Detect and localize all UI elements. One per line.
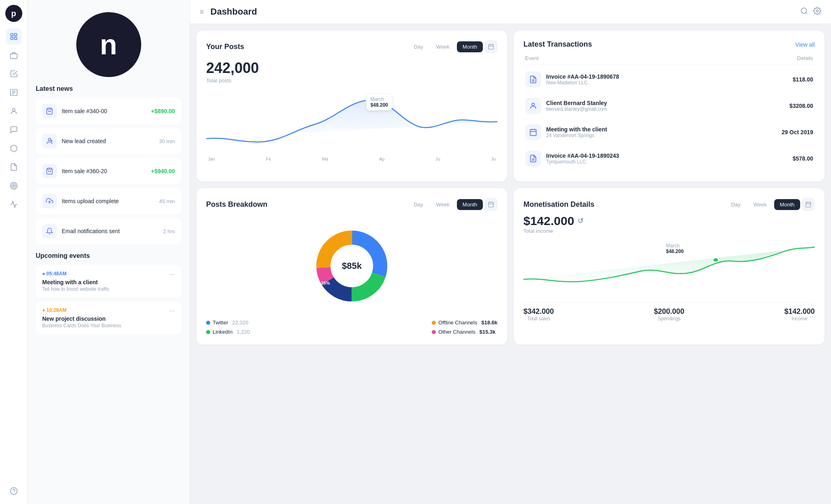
posts-x-axis: Jan Fe Ma Ap Ju Ju	[206, 157, 497, 161]
trans-item-3: Meeting with the client 24 Vandervort Sp…	[523, 119, 815, 146]
breakdown-calendar-icon[interactable]	[484, 198, 497, 211]
trans-info-2: Client Bernard Stanley bernard.stanley@g…	[546, 100, 785, 112]
posts-tab-day[interactable]: Day	[408, 41, 429, 52]
posts-metric-label: Total posts	[206, 77, 497, 84]
bell-icon	[42, 224, 57, 238]
svg-point-23	[816, 10, 818, 12]
monetisation-value: $142.000 ↺	[523, 214, 815, 228]
col-details: Details	[797, 55, 813, 61]
offline-dot	[432, 321, 436, 325]
menu-icon[interactable]: ≡	[200, 8, 204, 16]
news-item-value: +$890.00	[151, 108, 175, 114]
page-title: Dashboard	[211, 6, 794, 17]
sidebar-item-target[interactable]	[6, 178, 22, 194]
trans-item-2: Client Bernard Stanley bernard.stanley@g…	[523, 93, 815, 119]
settings-icon[interactable]	[813, 7, 821, 17]
news-sale-360-text: Item sale #360-20	[62, 168, 146, 174]
breakdown-tab-month[interactable]: Month	[457, 199, 483, 210]
trans-item-4: Invoice #AA-04-19-1890243 Tyriquemouth L…	[523, 146, 815, 172]
search-icon[interactable]	[800, 7, 808, 17]
trans-item-1: Invoice #AA-04-19-1890678 New Madieton L…	[523, 66, 815, 93]
donut-center-label: $85k	[342, 261, 362, 271]
shopping-icon	[42, 104, 57, 118]
donut-chart-container: $85k 16%	[206, 217, 497, 315]
sidebar-item-tasks[interactable]	[6, 66, 22, 82]
main-content: ≡ Dashboard Your Posts Day Week Month	[190, 0, 831, 504]
refresh-icon[interactable]: ↺	[577, 217, 583, 225]
trans-amount-4: $578.00	[792, 155, 813, 162]
posts-chart: March $48.200 Jan Fe Ma Ap Ju Ju	[206, 90, 497, 163]
app-logo[interactable]: p	[5, 5, 22, 22]
news-sale-360-value: +$940.00	[151, 168, 175, 174]
transactions-columns: Event Details	[523, 55, 815, 65]
topbar: ≡ Dashboard	[190, 0, 831, 24]
event-time-2: ● 10:28AM	[42, 307, 175, 313]
dashboard-grid: Your Posts Day Week Month 242,000 Total …	[190, 24, 831, 351]
monetisation-header: Monetisation Details Day Week Month	[523, 198, 815, 211]
mono-stat-sales: $342.000 Total sales	[523, 307, 554, 322]
sidebar-item-packages[interactable]	[6, 140, 22, 157]
event-more-2[interactable]: ···	[170, 307, 175, 315]
user-avatar: n	[76, 12, 141, 77]
trans-amount-1: $118.00	[792, 76, 813, 83]
sidebar-item-contacts[interactable]	[6, 103, 22, 119]
legend-col-right: Offline Channels $18.6k Other Channels $…	[432, 320, 497, 335]
upload-icon	[42, 194, 57, 208]
posts-calendar-icon[interactable]	[484, 40, 497, 53]
posts-tab-week[interactable]: Week	[431, 41, 455, 52]
left-panel: n Latest news Item sale #340-00 +$890.00…	[28, 0, 190, 504]
sidebar-item-dashboard[interactable]	[6, 28, 22, 45]
monetisation-stats: $342.000 Total sales $200.000 Spendings …	[523, 302, 815, 322]
svg-rect-24	[489, 45, 493, 49]
mono-tab-month[interactable]: Month	[774, 199, 800, 210]
sidebar-item-briefcase[interactable]	[6, 47, 22, 63]
invoice-icon-2	[525, 150, 541, 167]
trans-amount-3: 29 Oct 2019	[781, 129, 813, 135]
trans-amount-2: $3208.00	[790, 103, 813, 109]
transactions-header: Latest Transactions View all	[523, 40, 815, 49]
mono-tab-day[interactable]: Day	[726, 199, 746, 210]
invoice-icon-1	[525, 71, 541, 88]
news-item-sale-340: Item sale #340-00 +$890.00	[36, 98, 181, 124]
breakdown-tab-day[interactable]: Day	[408, 199, 429, 210]
svg-point-12	[13, 185, 14, 186]
sidebar-item-analytics[interactable]	[6, 196, 22, 212]
view-all-btn[interactable]: View all	[795, 41, 815, 48]
news-email-time: 2 hrs	[163, 228, 175, 234]
svg-rect-1	[14, 34, 17, 36]
mono-stat-spendings: $200.000 Spendings	[654, 307, 684, 322]
sidebar-item-invoices[interactable]	[6, 159, 22, 175]
monetisation-tab-group: Day Week Month	[726, 198, 815, 211]
mono-stat-income: $142.000 Income	[784, 307, 815, 322]
user-plus-icon	[42, 134, 57, 148]
svg-rect-2	[11, 37, 13, 40]
event-title-2: New project discussion	[42, 315, 175, 322]
sidebar: p	[0, 0, 28, 504]
event-project: ● 10:28AM New project discussion Busines…	[36, 302, 181, 334]
transactions-title: Latest Transactions	[523, 40, 592, 49]
mono-tab-week[interactable]: Week	[748, 199, 773, 210]
breakdown-tab-week[interactable]: Week	[431, 199, 455, 210]
news-lead-text: New lead created	[62, 138, 154, 144]
mono-calendar-icon[interactable]	[802, 198, 815, 211]
sidebar-item-messages[interactable]	[6, 122, 22, 138]
breakdown-tab-group: Day Week Month	[408, 198, 497, 211]
linkedin-dot	[206, 330, 210, 334]
news-item-text: Item sale #340-00	[62, 108, 146, 114]
svg-point-9	[12, 108, 15, 111]
event-more-1[interactable]: ···	[170, 271, 175, 278]
donut-percent-16: 16%	[321, 281, 330, 285]
monetisation-title: Monetisation Details	[523, 200, 594, 209]
sidebar-item-reports[interactable]	[6, 84, 22, 101]
news-item-upload: Items upload complete 45 min	[36, 188, 181, 214]
svg-point-11	[12, 184, 16, 188]
breakdown-title: Posts Breakdown	[206, 200, 267, 209]
trans-info-1: Invoice #AA-04-19-1890678 New Madieton L…	[546, 73, 788, 86]
monetisation-chart: March $48.200	[523, 239, 815, 296]
upcoming-events: Upcoming events ● 05:48AM Meeting with a…	[36, 252, 181, 334]
sidebar-item-help[interactable]	[6, 483, 22, 499]
transactions-card: Latest Transactions View all Event Detai…	[514, 30, 825, 182]
your-posts-card: Your Posts Day Week Month 242,000 Total …	[196, 30, 507, 182]
posts-tab-month[interactable]: Month	[457, 41, 483, 52]
shopping-icon-2	[42, 164, 57, 178]
